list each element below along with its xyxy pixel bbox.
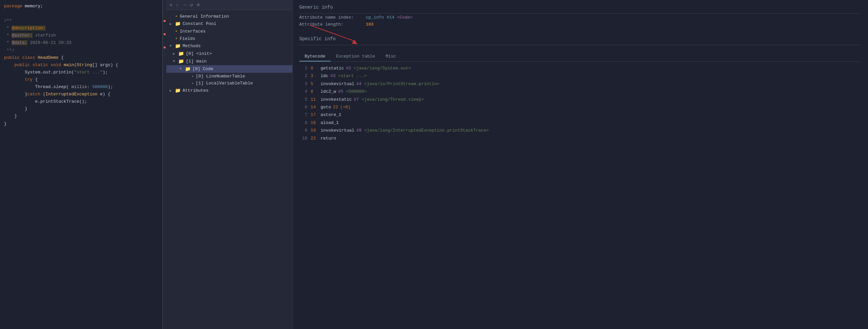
bc-detail-1: <java/lang/System.out>	[354, 64, 411, 72]
forward-icon[interactable]: →	[183, 2, 186, 8]
tab-exception-table[interactable]: Exception table	[331, 52, 380, 62]
folder-icon-constantpool: 📁	[175, 21, 181, 27]
tree-content: ▪ General Information ▶ 📁 Constant Pool …	[166, 10, 292, 329]
bc-ref-5: #7	[354, 96, 359, 103]
bc-offset-6: 14	[311, 103, 320, 111]
tree-item-code[interactable]: ▼ 📁 [0] Code	[166, 65, 292, 73]
bc-offset-3: 5	[311, 80, 320, 88]
bc-row-8: 8 18 aload_1	[299, 119, 861, 127]
tab-misc[interactable]: Misc	[380, 52, 401, 62]
bc-ref-2: #3	[330, 72, 336, 80]
code-line-jdoc3: * @author: starfish	[0, 32, 162, 39]
bc-instr-5: invokestatic	[320, 96, 352, 103]
bc-row-3: 3 5 invokevirtual #4 <java/io/PrintStrea…	[299, 80, 861, 88]
close-icon[interactable]: ✕	[169, 2, 172, 8]
bc-row-2: 2 3 ldc #3 <start ...>	[299, 72, 861, 80]
tree-item-methods[interactable]: ▼ 📁 Methods	[166, 42, 292, 50]
tree-item-init[interactable]: ▶ 📁 [0] <init>	[166, 50, 292, 58]
bc-linenum-2: 2	[299, 72, 307, 80]
specific-divider	[299, 45, 861, 45]
tree-label-fields: Fields	[180, 36, 195, 41]
tree-item-fields[interactable]: ▪ Fields	[166, 35, 292, 42]
back-icon[interactable]: ←	[176, 2, 179, 8]
attr-length-row: Attribute length: 103	[299, 22, 861, 27]
code-line-blank	[0, 10, 162, 17]
bc-instr-6: goto	[320, 103, 331, 111]
tree-label-code: [0] Code	[192, 66, 213, 71]
bc-row-4: 4 8 ldc2_w #5 <500000>	[299, 88, 861, 95]
bc-linenum-6: 6	[299, 103, 307, 111]
tree-label-linenumber: [0] LineNumberTable	[196, 74, 245, 79]
bc-detail-6: (+8)	[340, 103, 350, 111]
tree-arrow-main: ▼	[173, 60, 177, 63]
generic-divider	[299, 13, 861, 13]
tree-item-general[interactable]: ▪ General Information	[166, 13, 292, 20]
bc-detail-2: <start ...>	[338, 72, 367, 80]
bc-detail-9: <java/lang/InterruptedException.printSta…	[364, 127, 489, 134]
code-line-close-main: }	[0, 113, 162, 120]
tree-label-constantpool: Constant Pool	[183, 21, 216, 26]
code-line-println: System.out.println("start ...");	[0, 69, 162, 76]
file-icon-localvariable: ▪	[191, 81, 194, 86]
bc-instr-4: ldc2_w	[320, 88, 336, 95]
generic-info-section: Generic info Attribute name index: cp_in…	[293, 0, 868, 32]
tree-arrow-localvariable	[186, 81, 190, 85]
code-line-sleep: Thread.sleep( millis: 500000);	[0, 84, 162, 91]
tree-item-main[interactable]: ▼ 📁 [1] main	[166, 58, 292, 65]
divider-panel	[163, 0, 166, 329]
tree-item-localvariable[interactable]: ▪ [1] LocalVariableTable	[166, 80, 292, 87]
tree-item-interfaces[interactable]: ▪ Interfaces	[166, 28, 292, 35]
right-section: Generic info Attribute name index: cp_in…	[293, 0, 868, 329]
tree-arrow-linenumber	[186, 74, 190, 78]
tree-label-interfaces: Interfaces	[180, 29, 206, 34]
bytecode-content: 1 0 getstatic #2 <java/lang/System.out> …	[293, 62, 868, 329]
divider-mark-2	[164, 33, 166, 35]
bc-offset-8: 18	[311, 119, 320, 127]
folder-icon-main: 📁	[178, 59, 184, 64]
settings-icon[interactable]: ⊙	[197, 2, 199, 8]
code-content: package memory; /** * @description: * @a…	[0, 0, 162, 130]
folder-icon-general: ▪	[175, 13, 178, 19]
folder-icon-code: 📁	[185, 66, 191, 72]
tree-item-attributes[interactable]: ▶ 📁 Attributes	[166, 87, 292, 94]
refresh-icon[interactable]: ↺	[190, 2, 192, 8]
bc-ref-4: #5	[338, 88, 344, 95]
bc-linenum-4: 4	[299, 88, 307, 95]
specific-info-title: Specific info	[299, 36, 861, 41]
code-line-stacktrace: e.printStackTrace();	[0, 98, 162, 105]
tree-item-linenumber[interactable]: ▪ [0] LineNumberTable	[166, 73, 292, 80]
tree-label-localvariable: [1] LocalVariableTable	[196, 81, 253, 86]
tree-arrow-general	[169, 14, 174, 18]
code-line-close-catch: }	[0, 105, 162, 113]
bc-linenum-9: 9	[299, 127, 307, 134]
bc-offset-10: 22	[311, 135, 320, 142]
bc-ref-3: #4	[356, 80, 362, 88]
tab-bytecode[interactable]: Bytecode	[299, 52, 331, 62]
code-line-close-class: }	[0, 120, 162, 128]
tree-label-attributes: Attributes	[183, 88, 209, 93]
tree-item-constantpool[interactable]: ▶ 📁 Constant Pool	[166, 20, 292, 28]
bc-ref-9: #9	[356, 127, 362, 134]
tree-arrow-init: ▶	[173, 52, 177, 56]
folder-icon-attributes: 📁	[175, 88, 181, 93]
bc-instr-8: aload_1	[320, 119, 339, 127]
tree-label-methods: Methods	[183, 43, 201, 48]
bc-row-1: 1 0 getstatic #2 <java/lang/System.out>	[299, 64, 861, 72]
bc-offset-1: 0	[311, 64, 320, 72]
tree-label-init: [0] <init>	[186, 51, 212, 56]
attr-name-value[interactable]: cp_info #14	[366, 15, 395, 20]
attr-length-label: Attribute length:	[299, 22, 366, 27]
generic-info-title: Generic info	[299, 5, 861, 10]
code-line-jdoc5: **/	[0, 47, 162, 54]
tree-arrow-attributes: ▶	[169, 89, 174, 93]
code-line-jdoc2: * @description:	[0, 25, 162, 32]
bc-row-6: 6 14 goto 22 (+8)	[299, 103, 861, 111]
tree-arrow-constantpool: ▶	[169, 22, 174, 26]
bc-offset-5: 11	[311, 96, 320, 103]
bc-linenum-1: 1	[299, 64, 307, 72]
file-icon-linenumber: ▪	[191, 74, 194, 78]
folder-icon-methods: 📁	[175, 43, 181, 49]
tree-arrow-code: ▼	[180, 67, 184, 71]
bc-detail-3: <java/io/PrintStream.println>	[364, 80, 439, 88]
divider-mark-1	[164, 20, 166, 22]
